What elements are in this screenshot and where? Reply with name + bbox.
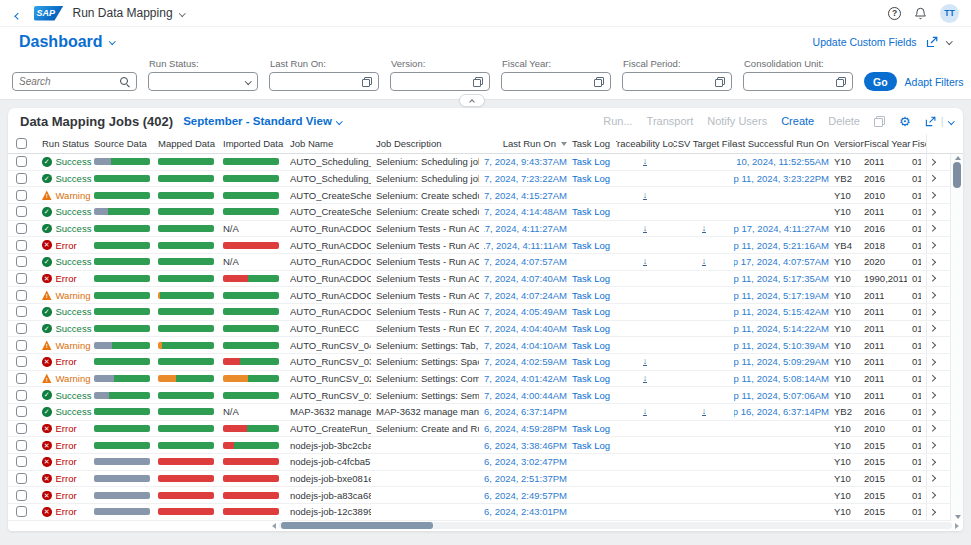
row-details-chevron-icon[interactable] — [929, 159, 935, 165]
row-details-chevron-icon[interactable] — [929, 442, 935, 448]
last-run-on-link[interactable]: Sep 17, 2024, 4:07:57AM — [484, 256, 567, 267]
last-run-on-link[interactable]: Sep 16, 2024, 2:43:01PM — [484, 506, 567, 517]
table-row[interactable]: ✓SuccessAUTO_Scheduling_CSVSelenium: Sch… — [8, 154, 963, 171]
export-menu-chevron-icon[interactable] — [948, 118, 954, 124]
row-select-checkbox[interactable] — [16, 506, 27, 517]
select-all-checkbox[interactable] — [16, 138, 27, 149]
last-run-on-link[interactable]: Sep 17, 2024, 7:23:22AM — [484, 173, 567, 184]
last-successful-run-link[interactable]: Sep 11, 2024, 5:10:39AM — [734, 340, 829, 351]
last-run-on-link[interactable]: Sep 16, 2024, 3:02:47PM — [484, 456, 567, 467]
table-row[interactable]: ✕ErrorAUTO_CreateRun_AC...Selenium: Crea… — [8, 421, 963, 438]
search-box[interactable] — [12, 72, 137, 91]
create-button[interactable]: Create — [781, 115, 814, 127]
csv-download-icon[interactable]: ↓ — [702, 224, 707, 233]
last-run-on-link[interactable]: Sep 17, 2024, 4:04:40AM — [484, 323, 567, 334]
column-header-fiscal-year[interactable]: Fiscal Year — [864, 134, 912, 153]
column-header-imported-data[interactable]: Imported Data — [223, 134, 290, 153]
table-row[interactable]: ✕Errornodejs-job-a83ca685dedSep 16, 2024… — [8, 487, 963, 504]
row-select-checkbox[interactable] — [16, 256, 27, 267]
row-select-checkbox[interactable] — [16, 173, 27, 184]
last-successful-run-link[interactable]: Sep 17, 2024, 4:07:57AM — [734, 256, 829, 267]
export-icon[interactable] — [925, 116, 936, 127]
last-run-on-link[interactable]: Sep 17, 2024, 4:07:24AM — [484, 290, 567, 301]
last-run-on-link[interactable]: Sep 17, 2024, 4:11:11AM — [484, 240, 567, 251]
value-help-icon[interactable] — [715, 77, 725, 87]
table-row[interactable]: !WarningAUTO_RunACDOCU_PSelenium Tests -… — [8, 287, 963, 304]
traceability-download-icon[interactable]: ↓ — [643, 407, 648, 416]
csv-download-icon[interactable]: ↓ — [702, 257, 707, 266]
task-log-link[interactable]: Task Log — [572, 273, 610, 284]
column-header-version[interactable]: Version — [834, 134, 864, 153]
scroll-right-arrow-icon[interactable] — [955, 523, 959, 529]
task-log-link[interactable]: Task Log — [572, 306, 610, 317]
row-select-checkbox[interactable] — [16, 290, 27, 301]
row-details-chevron-icon[interactable] — [929, 459, 935, 465]
row-select-checkbox[interactable] — [16, 273, 27, 284]
task-log-link[interactable]: Task Log — [572, 173, 610, 184]
value-help-icon[interactable] — [836, 77, 846, 87]
row-details-chevron-icon[interactable] — [929, 259, 935, 265]
row-select-checkbox[interactable] — [16, 340, 27, 351]
last-run-on-link[interactable]: Sep 17, 2024, 4:11:27AM — [484, 223, 567, 234]
column-header-fiscal-period[interactable]: Fiscal Period — [912, 134, 926, 153]
scroll-left-arrow-icon[interactable] — [272, 523, 276, 529]
table-row[interactable]: ✕Errornodejs-job-3bc2cba2481Sep 16, 2024… — [8, 437, 963, 454]
back-button[interactable] — [12, 2, 25, 24]
last-successful-run-link[interactable]: Sep 11, 2024, 5:08:14AM — [734, 373, 829, 384]
row-details-chevron-icon[interactable] — [929, 409, 935, 415]
app-switch-chevron-icon[interactable] — [179, 10, 185, 16]
task-log-link[interactable]: Task Log — [572, 356, 610, 367]
csv-download-icon[interactable]: ↓ — [702, 407, 707, 416]
row-select-checkbox[interactable] — [16, 456, 27, 467]
vertical-scrollbar[interactable] — [950, 154, 963, 521]
last-run-on-link[interactable]: Sep 16, 2024, 4:59:28PM — [484, 423, 567, 434]
row-details-chevron-icon[interactable] — [929, 209, 935, 215]
table-row[interactable]: ✕Errornodejs-job-c4fcba57da3Sep 16, 2024… — [8, 454, 963, 471]
table-row[interactable]: ✕ErrorAUTO_RunCSV_03Selenium: Settings: … — [8, 354, 963, 371]
row-select-checkbox[interactable] — [16, 490, 27, 501]
version-input[interactable] — [390, 72, 490, 91]
row-select-checkbox[interactable] — [16, 373, 27, 384]
go-button[interactable]: Go — [864, 72, 897, 91]
last-run-on-link[interactable]: Sep 17, 2024, 4:04:10AM — [484, 340, 567, 351]
last-run-on-link[interactable]: Sep 17, 2024, 4:14:48AM — [484, 206, 567, 217]
last-run-on-link[interactable]: Sep 17, 2024, 4:07:40AM — [484, 273, 567, 284]
table-row[interactable]: ✓SuccessAUTO_RunCSV_01Selenium: Settings… — [8, 387, 963, 404]
row-select-checkbox[interactable] — [16, 190, 27, 201]
row-details-chevron-icon[interactable] — [929, 275, 935, 281]
table-row[interactable]: ✕ErrorAUTO_RunACDOCU_ChSelenium Tests - … — [8, 271, 963, 288]
row-details-chevron-icon[interactable] — [929, 292, 935, 298]
row-select-checkbox[interactable] — [16, 423, 27, 434]
run-status-input[interactable] — [148, 72, 258, 91]
last-run-on-input[interactable] — [269, 72, 379, 91]
fiscal-year-input[interactable] — [501, 72, 611, 91]
value-help-icon[interactable] — [594, 77, 604, 87]
last-successful-run-link[interactable]: Sep 11, 2024, 3:23:22PM — [734, 173, 829, 184]
task-log-link[interactable]: Task Log — [572, 323, 610, 334]
row-details-chevron-icon[interactable] — [929, 225, 935, 231]
traceability-download-icon[interactable]: ↓ — [643, 224, 648, 233]
task-log-link[interactable]: Task Log — [572, 440, 610, 451]
last-run-on-link[interactable]: Sep 16, 2024, 3:38:46PM — [484, 440, 567, 451]
view-selector[interactable]: September - Standard View — [183, 115, 341, 127]
search-input[interactable] — [19, 76, 119, 87]
table-row[interactable]: ✓SuccessN/AAUTO_RunACDOCU_...Selenium Te… — [8, 254, 963, 271]
last-successful-run-link[interactable]: Sep 11, 2024, 5:15:42AM — [734, 306, 829, 317]
row-select-checkbox[interactable] — [16, 323, 27, 334]
row-details-chevron-icon[interactable] — [929, 342, 935, 348]
row-details-chevron-icon[interactable] — [929, 175, 935, 181]
dropdown-chevron-icon[interactable] — [245, 78, 251, 84]
row-details-chevron-icon[interactable] — [929, 242, 935, 248]
last-run-on-link[interactable]: Sep 17, 2024, 4:15:27AM — [484, 190, 567, 201]
notifications-bell-icon[interactable] — [914, 7, 927, 20]
table-row[interactable]: ✕Errornodejs-job-bxe081ed90fSep 16, 2024… — [8, 471, 963, 488]
value-help-icon[interactable] — [362, 77, 372, 87]
last-run-on-link[interactable]: Sep 16, 2024, 2:51:37PM — [484, 473, 567, 484]
last-successful-run-link[interactable]: Sep 17, 2024, 4:11:27AM — [734, 223, 829, 234]
traceability-download-icon[interactable]: ↓ — [643, 374, 648, 383]
last-successful-run-link[interactable]: Sep 11, 2024, 5:07:06AM — [734, 390, 829, 401]
table-row[interactable]: ✓SuccessAUTO_Scheduling_AC...Selenium: S… — [8, 171, 963, 188]
update-custom-fields-link[interactable]: Update Custom Fields — [813, 36, 917, 48]
traceability-download-icon[interactable]: ↓ — [643, 157, 648, 166]
last-run-on-link[interactable]: Sep 16, 2024, 6:37:14PM — [484, 406, 567, 417]
